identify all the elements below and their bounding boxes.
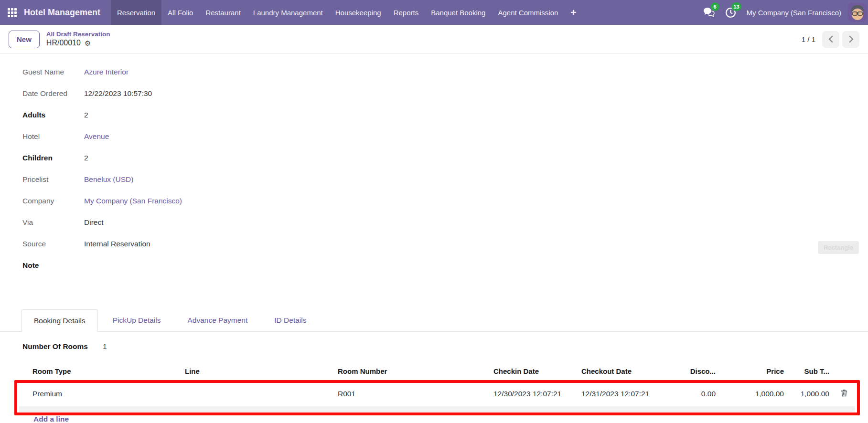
- menu-item-reports[interactable]: Reports: [387, 0, 425, 25]
- column-actions: [833, 360, 855, 381]
- field-note: Note: [0, 254, 868, 276]
- menu-item-agent-commission[interactable]: Agent Commission: [492, 0, 564, 25]
- field-label: Adults: [22, 111, 84, 119]
- column-discount[interactable]: Disco...: [666, 360, 719, 381]
- company-value[interactable]: My Company (San Francisco): [84, 197, 182, 205]
- menu-item-reservation[interactable]: Reservation: [111, 0, 161, 25]
- field-hotel: Hotel Avenue: [0, 126, 868, 147]
- booking-line-row: Premium R001 12/30/2023 12:07:21 12/31/2…: [19, 381, 855, 406]
- messages-count-badge: 6: [711, 2, 719, 11]
- main-menu: Reservation All Folio Restaurant Laundry…: [111, 0, 583, 25]
- field-company: Company My Company (San Francisco): [0, 190, 868, 212]
- reservation-form: Guest Name Azure Interior Date Ordered 1…: [0, 54, 868, 276]
- new-button[interactable]: New: [9, 31, 40, 48]
- cell-subtotal[interactable]: 1,000.00: [787, 381, 833, 406]
- activities-button[interactable]: 13: [720, 0, 742, 25]
- via-value[interactable]: Direct: [84, 218, 103, 227]
- field-label: Source: [22, 240, 84, 248]
- field-source: Source Internal Reservation: [0, 233, 868, 254]
- delete-line-button[interactable]: [833, 381, 855, 406]
- menu-item-restaurant[interactable]: Restaurant: [199, 0, 246, 25]
- column-checkin-date[interactable]: Checkin Date: [490, 360, 578, 381]
- apps-grid-icon[interactable]: [8, 8, 17, 17]
- field-label: Date Ordered: [22, 89, 84, 98]
- booking-lines-table: Room Type Line Room Number Checkin Date …: [19, 360, 855, 423]
- pricelist-value[interactable]: Benelux (USD): [84, 175, 133, 184]
- pager-previous-button[interactable]: [822, 31, 839, 48]
- record-reference: HR/00010: [46, 38, 81, 48]
- field-label: Number Of Rooms: [22, 342, 103, 351]
- tab-booking-details[interactable]: Booking Details: [21, 309, 98, 332]
- breadcrumb: All Draft Reservation HR/00010 ⚙: [46, 30, 110, 48]
- chevron-left-icon: [828, 35, 834, 43]
- pager-count: 1 / 1: [802, 35, 815, 43]
- hotel-value[interactable]: Avenue: [84, 132, 109, 141]
- empty-line-strip: [19, 406, 855, 412]
- chevron-right-icon: [848, 35, 854, 43]
- field-label: Guest Name: [22, 68, 84, 76]
- field-via: Via Direct: [0, 212, 868, 233]
- menu-item-banquet-booking[interactable]: Banquet Booking: [425, 0, 492, 25]
- tab-pickup-details[interactable]: PickUp Details: [101, 309, 173, 331]
- column-price[interactable]: Price: [719, 360, 787, 381]
- menu-item-all-folio[interactable]: All Folio: [161, 0, 199, 25]
- column-room-type[interactable]: Room Type: [19, 360, 182, 381]
- field-label: Pricelist: [22, 175, 84, 184]
- number-of-rooms-value[interactable]: 1: [103, 342, 107, 351]
- control-panel: New All Draft Reservation HR/00010 ⚙ 1 /…: [0, 25, 868, 54]
- cell-discount[interactable]: 0.00: [666, 381, 719, 406]
- field-number-of-rooms: Number Of Rooms 1: [22, 340, 107, 353]
- field-children: Children 2: [0, 147, 868, 169]
- breadcrumb-parent-link[interactable]: All Draft Reservation: [46, 30, 110, 39]
- navbar-right: 6 13 My Company (San Francisco): [698, 0, 868, 25]
- cell-room-type[interactable]: Premium: [19, 381, 182, 406]
- guest-name-value[interactable]: Azure Interior: [84, 68, 129, 76]
- table-header-row: Room Type Line Room Number Checkin Date …: [19, 360, 855, 381]
- gear-icon[interactable]: ⚙: [85, 40, 91, 47]
- field-date-ordered: Date Ordered 12/22/2023 10:57:30: [0, 83, 868, 104]
- menu-item-laundry-management[interactable]: Laundry Management: [247, 0, 329, 25]
- field-label: Hotel: [22, 132, 84, 141]
- notebook-tabs: Booking Details PickUp Details Advance P…: [0, 309, 868, 332]
- add-a-line-link[interactable]: Add a line: [19, 415, 855, 423]
- field-guest-name: Guest Name Azure Interior: [0, 61, 868, 83]
- column-subtotal[interactable]: Sub T...: [787, 360, 833, 381]
- field-adults: Adults 2: [0, 104, 868, 126]
- cell-line[interactable]: [182, 381, 334, 406]
- plus-icon[interactable]: +: [564, 0, 582, 25]
- column-checkout-date[interactable]: Checkout Date: [578, 360, 666, 381]
- messages-button[interactable]: 6: [698, 0, 720, 25]
- activities-count-badge: 13: [731, 2, 741, 11]
- cell-price[interactable]: 1,000.00: [719, 381, 787, 406]
- children-value[interactable]: 2: [84, 154, 88, 162]
- field-label: Children: [22, 154, 84, 162]
- field-pricelist: Pricelist Benelux (USD): [0, 169, 868, 190]
- trash-icon: [841, 389, 847, 397]
- annotation-tool-label: Rectangle: [818, 241, 859, 254]
- column-room-number[interactable]: Room Number: [334, 360, 490, 381]
- tab-id-details[interactable]: ID Details: [262, 309, 318, 331]
- app-title: Hotel Management: [24, 8, 100, 18]
- field-label: Note: [22, 261, 84, 270]
- adults-value[interactable]: 2: [84, 111, 88, 119]
- top-navbar: Hotel Management Reservation All Folio R…: [0, 0, 868, 25]
- pager-next-button[interactable]: [842, 31, 859, 48]
- cell-checkin-date[interactable]: 12/30/2023 12:07:21: [490, 381, 578, 406]
- company-switcher[interactable]: My Company (San Francisco): [747, 9, 841, 17]
- column-line[interactable]: Line: [182, 360, 334, 381]
- avatar-image: [848, 3, 867, 22]
- source-value[interactable]: Internal Reservation: [84, 240, 150, 248]
- pager: 1 / 1: [802, 31, 859, 48]
- tab-advance-payment[interactable]: Advance Payment: [175, 309, 259, 331]
- cell-room-number[interactable]: R001: [334, 381, 490, 406]
- menu-item-housekeeping[interactable]: Housekeeping: [329, 0, 387, 25]
- field-label: Company: [22, 197, 84, 205]
- user-avatar[interactable]: [848, 3, 867, 22]
- cell-checkout-date[interactable]: 12/31/2023 12:07:21: [578, 381, 666, 406]
- field-label: Via: [22, 218, 84, 227]
- date-ordered-value[interactable]: 12/22/2023 10:57:30: [84, 89, 152, 98]
